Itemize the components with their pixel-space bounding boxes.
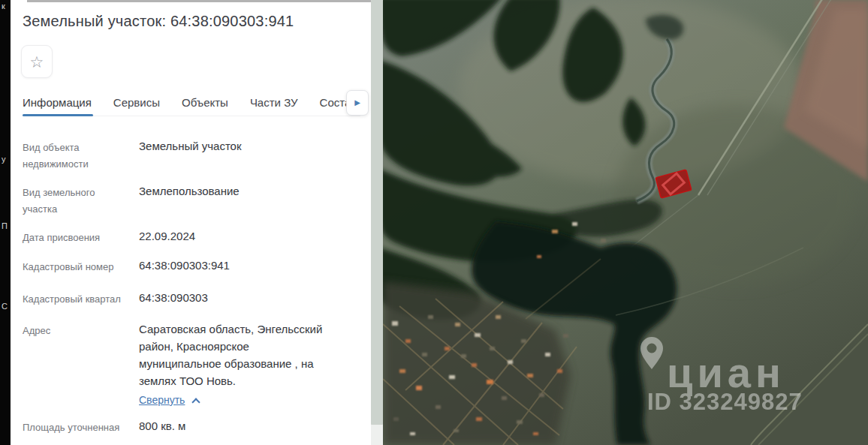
field-value: 64:38:090303:941 — [139, 257, 360, 274]
address-line: Саратовская область, Энгельсский — [139, 320, 360, 338]
field-label: Кадастровый номер — [23, 259, 122, 275]
field-value: 800 кв. м — [139, 417, 360, 434]
collapse-link-label: Свернуть — [139, 392, 185, 409]
left-cropped-strip: к у П С — [0, 0, 11, 445]
field-value: Земельный участок — [139, 137, 360, 155]
address-value: Саратовская область, Энгельсский район, … — [139, 320, 360, 409]
strip-text-fragment: у — [2, 155, 6, 164]
collapse-address-link[interactable]: Свернуть — [139, 392, 360, 409]
tab-information[interactable]: Информация — [23, 96, 92, 109]
field-label: Кадастровый квартал — [23, 291, 122, 308]
field-label: Адрес — [23, 323, 122, 339]
tab-objects[interactable]: Объекты — [182, 96, 228, 109]
address-line: землях ТОО Новь. — [139, 372, 360, 389]
tab-services[interactable]: Сервисы — [113, 96, 160, 109]
chevron-right-icon: ▶ — [354, 99, 360, 107]
panel-scrollbar-thumb[interactable] — [371, 0, 383, 425]
cadastral-viewer-screen: к у П С Земельный участок: 64:38:090303:… — [0, 0, 868, 445]
watermark-id: ID 323249827 — [647, 389, 803, 415]
panel-top-edge — [27, 0, 371, 2]
favorite-button[interactable]: ☆ — [21, 45, 53, 78]
panel-scrollbar-track — [371, 0, 383, 445]
field-label: Дата присвоения — [23, 230, 122, 246]
chevron-up-icon — [192, 398, 200, 406]
parcel-info-panel: Земельный участок: 64:38:090303:941 ☆ Ин… — [11, 0, 371, 445]
strip-text-fragment: к — [2, 2, 5, 11]
address-line: район, Красноярское — [139, 338, 360, 355]
strip-text-fragment: П — [2, 221, 8, 230]
star-icon: ☆ — [30, 54, 44, 70]
address-line: муниципальное образование , на — [139, 355, 360, 372]
active-tab-underline — [23, 114, 93, 116]
field-value: 22.09.2024 — [139, 227, 360, 245]
field-value: Землепользование — [139, 182, 360, 200]
page-title: Земельный участок: 64:38:090303:941 — [23, 13, 294, 30]
field-label: Вид объекта недвижимости — [23, 140, 122, 173]
tab-parcel-parts[interactable]: Части ЗУ — [250, 96, 298, 109]
field-label: Вид земельного участка — [23, 185, 122, 218]
field-label: Площадь уточненная — [23, 419, 122, 436]
satellite-map[interactable]: циан ID 323249827 — [383, 0, 868, 445]
tabs-bar: Информация Сервисы Объекты Части ЗУ Сост… — [23, 89, 371, 116]
tabs-scroll-button[interactable]: ▶ — [346, 90, 369, 116]
strip-text-fragment: С — [2, 302, 8, 311]
field-value: 64:38:090303 — [139, 289, 360, 306]
satellite-map-canvas: циан ID 323249827 — [383, 0, 868, 445]
